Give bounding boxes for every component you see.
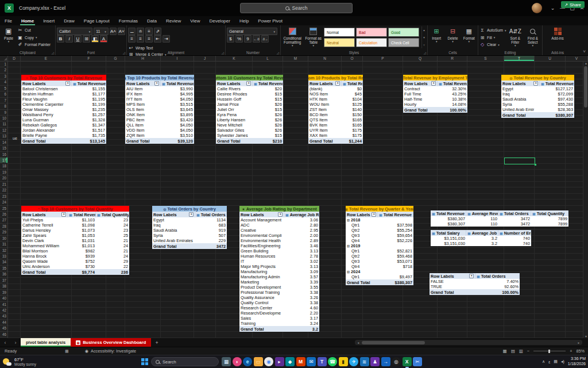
row-header-5[interactable]: 5: [0, 86, 7, 91]
pivot-cell[interactable]: 3.26: [284, 295, 319, 300]
pivot-cell[interactable]: 3.2: [466, 241, 498, 246]
scroll-left-icon[interactable]: ◂: [355, 341, 362, 344]
pivot-cell[interactable]: [378, 269, 413, 274]
obs-icon[interactable]: ◎: [392, 357, 401, 366]
pivot-cell[interactable]: 7899: [531, 216, 568, 221]
pivot-cell[interactable]: Manufacturing Admin: [239, 274, 284, 279]
pivot-cell[interactable]: $15: [253, 133, 283, 138]
pivot-grand-total-cell[interactable]: Grand Total: [501, 112, 540, 118]
borders-button[interactable]: ⊞: [83, 35, 90, 43]
pivot-cell[interactable]: 3.13: [284, 264, 319, 269]
pivot-grand-total-cell[interactable]: Grand Total: [216, 138, 253, 144]
filter-dropdown-icon[interactable]: ▾: [278, 212, 283, 217]
pivot-header-cell[interactable]: Row Labels▾: [21, 80, 72, 86]
pivot-cell[interactable]: Hanna Brock: [21, 254, 68, 259]
pivot-cell[interactable]: $3,515: [161, 102, 194, 107]
number-format-select[interactable]: General▾: [227, 28, 277, 35]
taskbar-search-box[interactable]: Search: [151, 357, 219, 366]
pivot-cell[interactable]: Marketing: [239, 279, 284, 285]
pivot-cell[interactable]: $4,995: [161, 91, 194, 97]
pivot-cell[interactable]: 22: [96, 264, 129, 269]
pivot-grand-total-cell[interactable]: Grand Total: [125, 138, 161, 144]
pivot-cell[interactable]: Quality Assurance: [239, 295, 284, 300]
pivot-cell[interactable]: $15: [253, 91, 283, 97]
pivot-cell[interactable]: Human Resources: [239, 254, 284, 259]
task-view-icon[interactable]: ▦: [222, 357, 231, 366]
pivot-cell[interactable]: ⊟2018: [346, 217, 378, 223]
prev-sheet-icon[interactable]: ‹: [0, 338, 10, 347]
new-sheet-button[interactable]: +: [151, 338, 163, 347]
row-header-13[interactable]: 13: [0, 133, 7, 139]
pivot-cell[interactable]: $0: [342, 86, 363, 91]
pivot-cell[interactable]: Ulric Anderson: [21, 264, 68, 269]
folder-icon[interactable]: ▭: [254, 357, 263, 366]
row-header-41[interactable]: 41: [0, 302, 7, 308]
selected-cell[interactable]: [504, 158, 535, 164]
pivot-header-cell[interactable]: ▦Average Job Rating: [284, 212, 319, 217]
align-right-icon[interactable]: ≡: [145, 35, 153, 43]
align-top-icon[interactable]: ⚊: [128, 28, 136, 35]
row-header-12[interactable]: 12: [0, 128, 7, 133]
pivot-cell[interactable]: 32.30%: [438, 86, 467, 91]
next-sheet-icon[interactable]: ›: [10, 338, 21, 347]
zoom-level[interactable]: 85%: [576, 348, 585, 354]
row-header-30[interactable]: 30: [0, 236, 7, 241]
clipboard-dialog-launcher[interactable]: ◿: [52, 51, 54, 55]
pivot-cell[interactable]: $15: [253, 107, 283, 112]
accounting-format-button[interactable]: $: [227, 35, 234, 43]
filter-dropdown-icon[interactable]: ▾: [154, 81, 159, 86]
insert-cells-button[interactable]: ⊞ Insert▾: [429, 26, 444, 48]
paste-button[interactable]: ▣ Paste▾: [1, 26, 16, 48]
pivot-cell[interactable]: 3.2: [466, 236, 498, 241]
pivot-cell[interactable]: 7.40%: [475, 279, 520, 284]
pivot-header-cell[interactable]: Row Labels▾: [125, 80, 161, 86]
fill-color-button[interactable]: ◧: [91, 35, 99, 43]
pivot-cell[interactable]: 2.20: [284, 310, 319, 316]
row-header-33[interactable]: 33: [0, 254, 7, 259]
pivot-cell[interactable]: Luna Guzman: [21, 117, 72, 122]
row-header-29[interactable]: 29: [0, 229, 7, 235]
ribbon-tab-help[interactable]: Help: [235, 16, 253, 25]
align-middle-icon[interactable]: ≐: [137, 28, 144, 35]
pivot-cell[interactable]: 229: [195, 238, 227, 243]
column-header-V[interactable]: V: [566, 56, 588, 61]
column-header-S[interactable]: S: [467, 56, 504, 61]
horizontal-scroll-thumb[interactable]: [362, 341, 425, 344]
pivot-cell[interactable]: Qtr1: [346, 274, 378, 279]
pivot-cell[interactable]: Clementine Carpenter: [21, 102, 72, 107]
pivot-header-cell[interactable]: Row Labels▾: [501, 80, 540, 86]
pivot-cell[interactable]: 1134: [195, 217, 227, 223]
pivot-cell[interactable]: Hussein Goff: [216, 97, 253, 102]
pivot-cell[interactable]: $72,099: [540, 91, 574, 97]
touch-keyboard-icon[interactable]: ▤: [554, 359, 558, 364]
pivot-cell[interactable]: $26: [253, 102, 283, 107]
pivot-cell[interactable]: $3,895: [161, 112, 194, 117]
filter-dropdown-icon[interactable]: ▾: [372, 212, 376, 217]
select-all-corner[interactable]: [0, 56, 8, 61]
pivot-cell[interactable]: $718: [378, 264, 413, 269]
pivot-cell[interactable]: Jordan Alexander: [21, 128, 72, 133]
column-header-F[interactable]: F: [72, 56, 106, 61]
pivot-cell[interactable]: 3472: [498, 216, 531, 221]
pivot-cell[interactable]: Research Center: [239, 305, 284, 310]
pivot-cell[interactable]: 919: [195, 228, 227, 233]
fill-button[interactable]: ⊞Fill▾: [479, 34, 506, 41]
pivot-header-cell[interactable]: ▦Total Orders: [498, 210, 531, 216]
pivot-cell[interactable]: Half-Time: [403, 97, 438, 102]
pivot-cell[interactable]: Iraq: [152, 223, 195, 228]
row-header-24[interactable]: 24: [0, 200, 7, 205]
horizontal-scrollbar[interactable]: ◂ ▸: [355, 340, 582, 345]
pivot-cell[interactable]: Brielle Payne: [21, 133, 72, 138]
pivot-cell[interactable]: $1,735: [72, 133, 106, 138]
align-bottom-icon[interactable]: ≡: [145, 28, 153, 35]
pivot-cell[interactable]: Darius Hensley: [21, 228, 68, 233]
taskbar-clock[interactable]: 3:36 PM 1/18/2026: [568, 356, 586, 367]
row-header-17[interactable]: 17: [0, 158, 7, 163]
pivot-cell[interactable]: Sylvester James: [216, 133, 253, 138]
delete-cells-button[interactable]: ⊟ Delete▾: [445, 26, 460, 48]
pivot-header-cell[interactable]: Row Labels▾: [239, 212, 284, 217]
filter-dropdown-icon[interactable]: ▾: [431, 81, 436, 86]
cell-style-neutral[interactable]: Neutral: [324, 38, 355, 47]
pivot-cell[interactable]: $1,199: [72, 102, 106, 107]
pivot-cell[interactable]: $97,430: [540, 97, 574, 102]
